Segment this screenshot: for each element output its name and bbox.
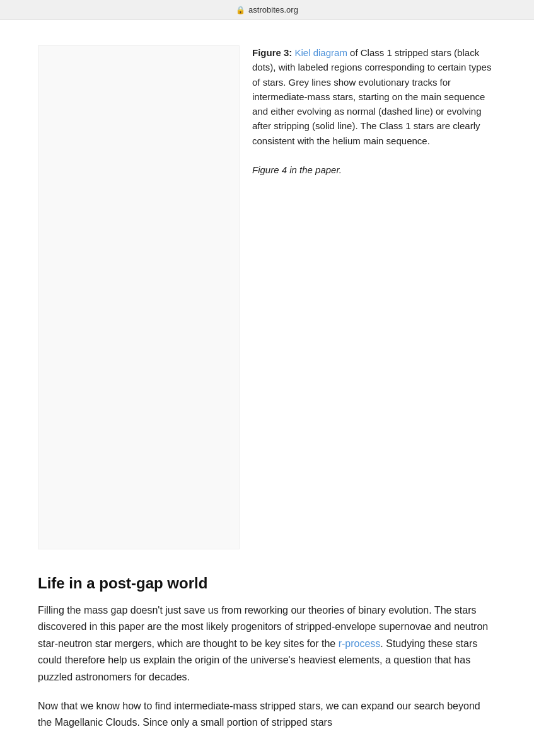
page-content: Figure 3: Kiel diagram of Class 1 stripp… [0,20,534,756]
figure-italic-text: Figure 4 in the paper. [252,164,342,175]
figure-section: Figure 3: Kiel diagram of Class 1 stripp… [38,45,496,549]
lock-icon: 🔒 [236,6,245,14]
paragraph-2-text: Now that we know how to find intermediat… [38,701,480,728]
domain-text: astrobites.org [248,5,298,14]
figure-caption-text: of Class 1 stripped stars (black dots), … [252,47,491,146]
figure-caption: Figure 3: Kiel diagram of Class 1 stripp… [252,45,496,549]
browser-address-bar: 🔒 astrobites.org [0,0,534,20]
paragraph-2: Now that we know how to find intermediat… [38,698,496,731]
r-process-link[interactable]: r-process [339,638,381,649]
paragraph-1: Filling the mass gap doesn't just save u… [38,602,496,685]
figure-image [38,45,240,549]
section-heading: Life in a post-gap world [38,575,496,592]
figure-label: Figure 3: [252,47,292,58]
kiel-diagram-link[interactable]: Kiel diagram [295,47,347,58]
